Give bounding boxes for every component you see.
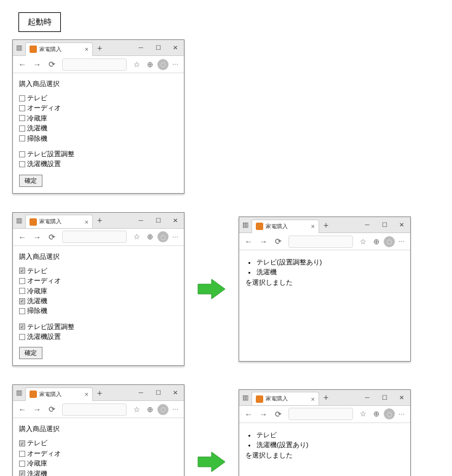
new-tab-button[interactable]: +	[319, 220, 333, 230]
checkbox[interactable]	[19, 135, 25, 141]
tab-close-icon[interactable]: ×	[311, 223, 315, 230]
checkbox[interactable]	[19, 115, 25, 121]
maximize-button[interactable]: ☐	[376, 389, 393, 405]
checkbox[interactable]	[19, 461, 25, 467]
checkbox[interactable]	[19, 278, 25, 284]
back-button[interactable]: ←	[242, 407, 255, 421]
menu-button[interactable]: ⋯	[396, 411, 408, 418]
browser-tab[interactable]: 家電購入 ×	[25, 42, 93, 56]
checkbox[interactable]	[19, 470, 25, 476]
maximize-button[interactable]: ☐	[149, 385, 167, 401]
titlebar: ▥ 家電購入 × + ─ ☐ ✕	[13, 40, 184, 56]
reload-button[interactable]: ⟳	[271, 235, 285, 248]
browser-tab[interactable]: 家電購入 ×	[25, 387, 93, 401]
checkbox[interactable]	[19, 451, 25, 457]
reload-button[interactable]: ⟳	[45, 230, 58, 244]
browser-tab[interactable]: 家電購入 ×	[25, 215, 93, 228]
new-tab-button[interactable]: +	[93, 215, 106, 225]
back-button[interactable]: ←	[15, 58, 29, 71]
reload-button[interactable]: ⟳	[271, 407, 285, 421]
address-bar[interactable]	[62, 403, 127, 416]
favorites-icon[interactable]: ☆	[130, 231, 143, 243]
new-tab-button[interactable]: +	[93, 43, 106, 53]
reload-button[interactable]: ⟳	[45, 403, 58, 416]
maximize-button[interactable]: ☐	[376, 217, 393, 233]
tabs-icon[interactable]: ▥	[13, 389, 25, 397]
forward-button[interactable]: →	[256, 235, 270, 248]
minimize-button[interactable]: ─	[359, 389, 376, 405]
checkbox[interactable]	[19, 323, 25, 330]
address-bar[interactable]	[288, 236, 353, 248]
checkbox[interactable]	[19, 151, 25, 157]
profile-avatar[interactable]: ◌	[384, 236, 395, 247]
checkbox[interactable]	[19, 334, 25, 340]
checkbox[interactable]	[19, 298, 25, 304]
menu-button[interactable]: ⋯	[170, 234, 181, 240]
confirm-button[interactable]: 確定	[19, 175, 42, 187]
favorites-icon[interactable]: ☆	[130, 58, 143, 71]
favorites-icon[interactable]: ☆	[357, 408, 369, 420]
profile-avatar[interactable]: ◌	[384, 408, 395, 419]
back-button[interactable]: ←	[242, 235, 255, 248]
new-tab-button[interactable]: +	[319, 392, 333, 402]
reload-button[interactable]: ⟳	[45, 58, 58, 71]
favorites-icon[interactable]: ☆	[130, 403, 143, 416]
forward-button[interactable]: →	[30, 58, 44, 71]
checkbox[interactable]	[19, 125, 25, 132]
close-button[interactable]: ✕	[167, 212, 184, 228]
address-bar[interactable]	[62, 58, 127, 71]
profile-avatar[interactable]: ◌	[157, 404, 169, 415]
new-tab-button[interactable]: +	[93, 388, 106, 398]
browser-tab[interactable]: 家電購入 ×	[252, 392, 319, 405]
tabs-icon[interactable]: ▥	[13, 216, 25, 224]
checkbox[interactable]	[19, 268, 25, 274]
close-button[interactable]: ✕	[393, 389, 410, 405]
checkbox[interactable]	[19, 95, 25, 101]
tab-close-icon[interactable]: ×	[85, 391, 89, 398]
collections-icon[interactable]: ⊕	[370, 408, 383, 420]
minimize-button[interactable]: ─	[132, 385, 149, 401]
product-row: 掃除機	[19, 134, 178, 143]
close-button[interactable]: ✕	[167, 385, 184, 401]
profile-avatar[interactable]: ◌	[157, 59, 169, 70]
tab-close-icon[interactable]: ×	[85, 46, 89, 53]
collections-icon[interactable]: ⊕	[370, 236, 383, 248]
checkbox[interactable]	[19, 440, 25, 446]
checkbox[interactable]	[19, 161, 25, 167]
tabs-icon[interactable]: ▥	[13, 44, 25, 52]
collections-icon[interactable]: ⊕	[144, 58, 156, 71]
address-bar[interactable]	[288, 408, 353, 420]
maximize-button[interactable]: ☐	[149, 40, 167, 56]
product-label: 冷蔵庫	[27, 114, 47, 123]
menu-button[interactable]: ⋯	[396, 238, 408, 245]
menu-button[interactable]: ⋯	[170, 406, 181, 413]
profile-avatar[interactable]: ◌	[157, 231, 169, 242]
back-button[interactable]: ←	[15, 403, 29, 416]
back-button[interactable]: ←	[15, 230, 29, 244]
checkbox[interactable]	[19, 308, 25, 314]
forward-button[interactable]: →	[256, 407, 270, 421]
menu-button[interactable]: ⋯	[170, 61, 181, 68]
address-bar[interactable]	[62, 231, 127, 243]
maximize-button[interactable]: ☐	[149, 212, 167, 228]
minimize-button[interactable]: ─	[359, 217, 376, 233]
favicon-icon	[30, 46, 37, 53]
confirm-button[interactable]: 確定	[19, 347, 42, 359]
collections-icon[interactable]: ⊕	[144, 403, 156, 416]
close-button[interactable]: ✕	[167, 40, 184, 56]
tabs-icon[interactable]: ▥	[239, 221, 252, 229]
browser-tab[interactable]: 家電購入 ×	[252, 220, 319, 233]
favorites-icon[interactable]: ☆	[357, 236, 369, 248]
collections-icon[interactable]: ⊕	[144, 231, 156, 243]
forward-button[interactable]: →	[30, 230, 44, 244]
minimize-button[interactable]: ─	[132, 40, 149, 56]
checkbox[interactable]	[19, 105, 25, 111]
forward-button[interactable]: →	[30, 403, 44, 416]
tab-close-icon[interactable]: ×	[85, 218, 89, 226]
service-row: 洗濯機設置	[19, 159, 178, 169]
checkbox[interactable]	[19, 288, 25, 294]
tab-close-icon[interactable]: ×	[311, 395, 315, 403]
tabs-icon[interactable]: ▥	[239, 394, 252, 402]
close-button[interactable]: ✕	[393, 217, 410, 233]
minimize-button[interactable]: ─	[132, 212, 149, 228]
